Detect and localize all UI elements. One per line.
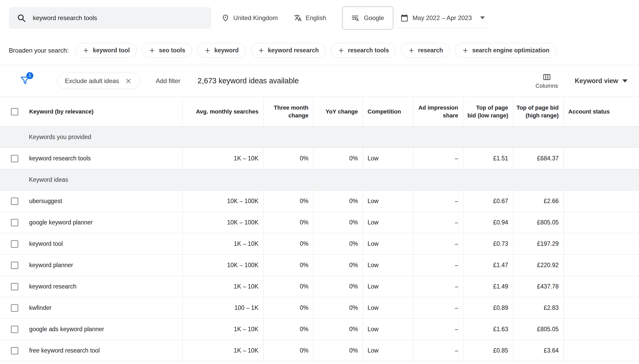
broaden-label: Broaden your search: bbox=[9, 47, 68, 54]
header-account-status[interactable]: Account status bbox=[563, 97, 639, 127]
keyword-search-input[interactable] bbox=[33, 14, 203, 22]
avg-monthly-searches-cell: 10K – 100K bbox=[182, 212, 263, 233]
yoy-change-cell: 0% bbox=[313, 276, 363, 297]
three-month-change-cell: 0% bbox=[263, 340, 313, 361]
table-row: google keyword planner 10K – 100K 0% 0% … bbox=[0, 212, 639, 233]
header-top-of-page-bid-high[interactable]: Top of page bid (high range) bbox=[513, 97, 563, 127]
exclude-adult-ideas-chip[interactable]: Exclude adult ideas bbox=[57, 73, 140, 89]
broaden-chip[interactable]: keyword tool bbox=[76, 43, 137, 58]
yoy-change-cell: 0% bbox=[313, 297, 363, 319]
section-label: Keyword ideas bbox=[0, 169, 639, 191]
broaden-chip[interactable]: research bbox=[401, 43, 450, 58]
broaden-chip[interactable]: seo tools bbox=[142, 43, 192, 58]
header-top-of-page-bid-low[interactable]: Top of page bid (low range) bbox=[463, 97, 513, 127]
row-checkbox[interactable] bbox=[11, 240, 18, 248]
table-row: ubersuggest 10K – 100K 0% 0% Low – £0.67… bbox=[0, 191, 639, 212]
three-month-change-cell: 0% bbox=[263, 255, 313, 276]
plus-icon bbox=[258, 47, 265, 54]
row-checkbox-cell bbox=[0, 255, 24, 276]
plus-icon bbox=[408, 47, 415, 54]
broaden-chip[interactable]: keyword research bbox=[251, 43, 326, 58]
row-checkbox[interactable] bbox=[11, 262, 18, 269]
row-checkbox-cell bbox=[0, 233, 24, 255]
three-month-change-cell: 0% bbox=[263, 233, 313, 255]
select-all-checkbox[interactable] bbox=[11, 108, 18, 115]
table-row: google ads keyword planner 1K – 10K 0% 0… bbox=[0, 319, 639, 340]
language-selector[interactable]: English bbox=[294, 14, 326, 22]
exclude-chip-label: Exclude adult ideas bbox=[65, 77, 119, 85]
ad-impression-share-cell: – bbox=[413, 191, 463, 212]
ad-impression-share-cell: – bbox=[413, 297, 463, 319]
top-of-page-bid-low-cell: £0.89 bbox=[463, 297, 513, 319]
row-checkbox[interactable] bbox=[11, 326, 18, 333]
row-checkbox[interactable] bbox=[11, 347, 18, 354]
row-checkbox-cell bbox=[0, 319, 24, 340]
ad-impression-share-cell: – bbox=[413, 255, 463, 276]
table-row: keyword planner 10K – 100K 0% 0% Low – £… bbox=[0, 255, 639, 276]
keyword-cell: google keyword planner bbox=[24, 212, 182, 233]
ad-impression-share-cell: – bbox=[413, 276, 463, 297]
columns-button[interactable]: Columns bbox=[535, 73, 558, 89]
date-range-label: May 2022 – Apr 2023 bbox=[412, 14, 472, 22]
ad-impression-share-cell: – bbox=[413, 233, 463, 255]
location-selector[interactable]: United Kingdom bbox=[222, 14, 278, 22]
row-checkbox[interactable] bbox=[11, 304, 18, 312]
account-status-cell bbox=[563, 297, 639, 319]
keyword-cell: ubersuggest bbox=[24, 191, 182, 212]
section-row: Keyword ideas bbox=[0, 169, 639, 191]
top-of-page-bid-high-cell: £805.05 bbox=[513, 319, 563, 340]
table-row: keyword research 1K – 10K 0% 0% Low – £1… bbox=[0, 276, 639, 297]
broaden-chip[interactable]: keyword bbox=[197, 43, 246, 58]
view-selector[interactable]: Keyword view bbox=[575, 77, 628, 85]
header-three-month-change[interactable]: Three month change bbox=[263, 97, 313, 127]
account-status-cell bbox=[563, 233, 639, 255]
top-of-page-bid-low-cell: £0.67 bbox=[463, 191, 513, 212]
competition-cell: Low bbox=[363, 212, 413, 233]
location-label: United Kingdom bbox=[233, 14, 278, 22]
row-checkbox[interactable] bbox=[11, 283, 18, 290]
ad-impression-share-cell: – bbox=[413, 340, 463, 361]
date-range-selector[interactable]: May 2022 – Apr 2023 bbox=[397, 8, 488, 28]
yoy-change-cell: 0% bbox=[313, 148, 363, 169]
keyword-table: Keyword (by relevance) Avg. monthly sear… bbox=[0, 97, 639, 361]
header-ad-impression-share[interactable]: Ad impression share bbox=[413, 97, 463, 127]
broaden-chip[interactable]: research tools bbox=[331, 43, 396, 58]
three-month-change-cell: 0% bbox=[263, 276, 313, 297]
avg-monthly-searches-cell: 10K – 100K bbox=[182, 255, 263, 276]
keyword-cell: free keyword research tool bbox=[24, 340, 182, 361]
row-checkbox[interactable] bbox=[11, 219, 18, 226]
competition-cell: Low bbox=[363, 148, 413, 169]
broaden-chips: keyword tool seo tools keyword keyword r… bbox=[76, 43, 556, 58]
plus-icon bbox=[149, 47, 155, 54]
header-yoy-change[interactable]: YoY change bbox=[313, 97, 363, 127]
table-header-row: Keyword (by relevance) Avg. monthly sear… bbox=[0, 97, 639, 127]
plus-icon bbox=[462, 47, 469, 54]
table-row: free keyword research tool 1K – 10K 0% 0… bbox=[0, 340, 639, 361]
keyword-cell: keyword research tools bbox=[24, 148, 182, 169]
ad-impression-share-cell: – bbox=[413, 319, 463, 340]
top-of-page-bid-low-cell: £1.49 bbox=[463, 276, 513, 297]
plus-icon bbox=[204, 47, 211, 54]
calendar-icon bbox=[400, 14, 408, 22]
network-selector[interactable]: Google bbox=[342, 7, 393, 29]
header-competition[interactable]: Competition bbox=[363, 97, 413, 127]
yoy-change-cell: 0% bbox=[313, 255, 363, 276]
add-filter-button[interactable]: Add filter bbox=[156, 77, 180, 85]
header-keyword[interactable]: Keyword (by relevance) bbox=[24, 97, 182, 127]
row-checkbox[interactable] bbox=[11, 155, 18, 162]
broaden-chip-label: keyword bbox=[214, 47, 239, 54]
three-month-change-cell: 0% bbox=[263, 148, 313, 169]
keyword-search-box[interactable] bbox=[9, 7, 211, 29]
avg-monthly-searches-cell: 1K – 10K bbox=[182, 233, 263, 255]
account-status-cell bbox=[563, 148, 639, 169]
close-icon[interactable] bbox=[125, 77, 132, 85]
row-checkbox[interactable] bbox=[11, 198, 18, 205]
account-status-cell bbox=[563, 212, 639, 233]
filter-funnel-button[interactable]: 1 bbox=[19, 75, 32, 87]
top-of-page-bid-high-cell: £2.66 bbox=[513, 191, 563, 212]
plus-icon bbox=[338, 47, 344, 54]
top-of-page-bid-low-cell: £1.51 bbox=[463, 148, 513, 169]
header-avg-monthly-searches[interactable]: Avg. monthly searches bbox=[182, 97, 263, 127]
location-pin-icon bbox=[222, 14, 229, 22]
broaden-chip[interactable]: search engine optimization bbox=[455, 43, 556, 58]
